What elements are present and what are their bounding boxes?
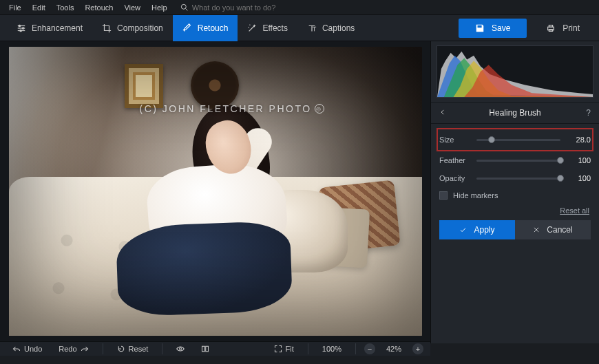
tab-label: Captions [322, 23, 355, 33]
hide-markers-row[interactable]: Hide markers [439, 191, 591, 200]
check-icon [459, 226, 467, 234]
bottom-bar: Undo Redo Reset Fit [0, 341, 430, 356]
side-panel: Healing Brush ? Size 28.0 Feather 100 Op… [430, 41, 599, 343]
help-button[interactable]: ? [581, 108, 591, 118]
histogram-graph [437, 46, 593, 97]
search-icon [180, 3, 188, 11]
panel-body: Size 28.0 Feather 100 Opacity 100 Hide m… [431, 124, 599, 244]
redo-button[interactable]: Redo [53, 342, 94, 356]
slider-thumb[interactable] [557, 157, 564, 164]
menu-tools[interactable]: Tools [52, 1, 79, 14]
close-icon [533, 226, 540, 233]
reset-all-link[interactable]: Reset all [441, 206, 589, 215]
tab-effects[interactable]: Effects [238, 15, 297, 41]
slider-thumb[interactable] [557, 175, 564, 182]
slider-track[interactable] [476, 160, 560, 162]
svg-line-1 [185, 9, 187, 11]
print-icon [546, 23, 556, 33]
slider-track[interactable] [476, 139, 560, 141]
print-button[interactable]: Print [534, 19, 592, 38]
chevron-left-icon [439, 109, 446, 116]
menu-file[interactable]: File [4, 1, 26, 14]
slider-thumb[interactable] [488, 136, 495, 143]
tab-label: Retouch [198, 23, 229, 33]
histogram[interactable] [437, 45, 593, 98]
eye-icon [176, 345, 185, 353]
panel-header: Healing Brush ? [431, 102, 599, 124]
slider-label: Feather [439, 156, 470, 164]
slider-size: Size 28.0 [439, 131, 591, 149]
preview-toggle[interactable] [171, 342, 190, 356]
redo-icon [81, 345, 89, 353]
reset-label: Reset [129, 345, 149, 353]
hide-markers-checkbox[interactable] [439, 191, 448, 200]
slider-opacity: Opacity 100 [439, 169, 591, 187]
apply-button[interactable]: Apply [439, 220, 515, 239]
compare-toggle[interactable] [196, 342, 215, 356]
search-wrap [180, 3, 595, 12]
slider-value[interactable]: 100 [567, 156, 591, 164]
fit-icon [274, 345, 282, 353]
text-icon [307, 23, 317, 33]
redo-label: Redo [59, 345, 76, 353]
photo: (C) JOHN FLETCHER PHOTO◎ [9, 47, 422, 336]
save-icon [475, 23, 485, 33]
back-button[interactable] [439, 108, 449, 118]
menu-view[interactable]: View [119, 1, 145, 14]
tab-composition[interactable]: Composition [92, 15, 173, 41]
undo-button[interactable]: Undo [7, 342, 48, 356]
panel-title: Healing Brush [489, 108, 540, 118]
slider-label: Opacity [439, 174, 470, 182]
canvas-area: (C) JOHN FLETCHER PHOTO◎ Undo Redo Reset [0, 41, 430, 343]
sliders-icon [17, 23, 26, 33]
tab-label: Composition [117, 23, 163, 33]
fit-label: Fit [286, 345, 294, 353]
tab-label: Enhancement [32, 23, 83, 33]
search-input[interactable] [192, 3, 595, 12]
tab-label: Effects [262, 23, 287, 33]
watermark: (C) JOHN FLETCHER PHOTO◎ [140, 103, 324, 114]
apply-label: Apply [474, 225, 494, 235]
zoom-secondary[interactable]: 42% [381, 342, 407, 356]
zoom-main[interactable]: 100% [317, 342, 347, 356]
action-row: Apply Cancel [439, 220, 591, 239]
main-area: (C) JOHN FLETCHER PHOTO◎ Undo Redo Reset [0, 41, 599, 343]
menu-help[interactable]: Help [147, 1, 172, 14]
cancel-button[interactable]: Cancel [515, 220, 591, 239]
menu-retouch[interactable]: Retouch [80, 1, 118, 14]
slider-track[interactable] [476, 178, 560, 180]
cancel-label: Cancel [547, 225, 572, 235]
undo-icon [12, 345, 21, 353]
brush-icon [182, 23, 192, 33]
svg-rect-13 [206, 346, 209, 352]
fit-button[interactable]: Fit [269, 342, 300, 356]
slider-label: Size [439, 136, 470, 144]
reset-icon [117, 345, 125, 353]
canvas[interactable]: (C) JOHN FLETCHER PHOTO◎ [0, 41, 430, 341]
wand-icon [247, 23, 257, 33]
svg-rect-9 [549, 25, 553, 27]
crop-icon [102, 23, 112, 33]
tab-retouch[interactable]: Retouch [173, 15, 238, 41]
slider-feather: Feather 100 [439, 151, 591, 169]
reset-button[interactable]: Reset [112, 342, 154, 356]
slider-value[interactable]: 28.0 [567, 136, 591, 144]
svg-rect-12 [202, 346, 205, 352]
svg-point-11 [180, 348, 182, 350]
print-label: Print [563, 23, 580, 33]
zoom-in-button[interactable]: + [412, 343, 423, 354]
tab-enhancement[interactable]: Enhancement [7, 15, 92, 41]
svg-point-0 [181, 4, 186, 9]
hide-markers-label: Hide markers [453, 191, 498, 200]
compare-icon [201, 345, 209, 353]
zoom-out-button[interactable]: − [364, 343, 375, 354]
slider-value[interactable]: 100 [567, 174, 591, 182]
undo-label: Undo [24, 345, 42, 353]
menu-edit[interactable]: Edit [28, 1, 50, 14]
save-label: Save [492, 23, 510, 33]
tab-captions[interactable]: Captions [297, 15, 364, 41]
menubar: File Edit Tools Retouch View Help [0, 0, 599, 15]
toolbar: Enhancement Composition Retouch Effects … [0, 15, 599, 41]
save-button[interactable]: Save [459, 19, 527, 38]
